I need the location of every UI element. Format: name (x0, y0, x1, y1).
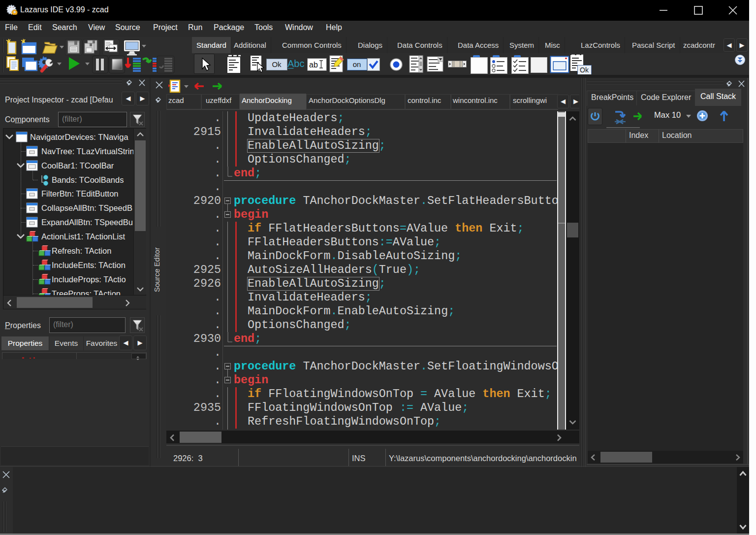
svg-text:on: on (353, 60, 361, 68)
svg-text:Ok: Ok (272, 60, 282, 68)
svg-text:A̲bc: A̲bc (287, 58, 304, 69)
svg-text:ab: ab (309, 61, 318, 69)
svg-text:Ok: Ok (580, 66, 589, 74)
